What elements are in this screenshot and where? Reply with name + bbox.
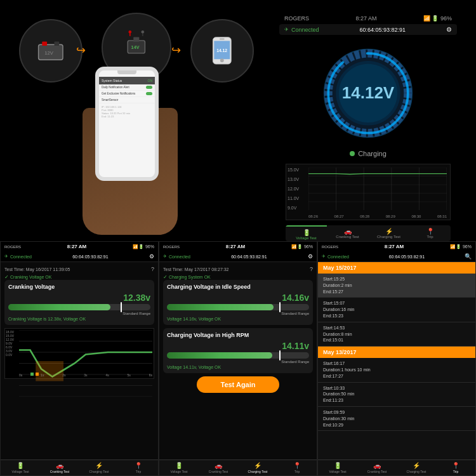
phone-trip: ROGERS 8:27 AM 📶🔋96% ✈Connected 60:64:05… xyxy=(317,241,476,476)
hand-with-phone: System Status ON Daily Notification Aler… xyxy=(63,76,197,235)
carrier-p3: ROGERS xyxy=(322,245,338,249)
phone-charging: ROGERS 8:27 AM 📶🔋96% ✈Connected 60:64:05… xyxy=(159,241,317,476)
card1-voltage-p2: 14.16v xyxy=(167,293,309,303)
svg-text:14V: 14V xyxy=(131,44,140,50)
diagram-circle-3: 14.12 xyxy=(190,19,254,83)
top-tab-voltage[interactable]: 🔋 Voltage Test xyxy=(286,225,327,241)
carrier-top: ROGERS xyxy=(284,15,309,22)
tab-cranking-p3[interactable]: 🚗 Cranking Test xyxy=(357,462,397,473)
cranking-card: Cranking Voltage 12.38v Standard Range C… xyxy=(4,280,154,325)
tab-cranking-p2[interactable]: 🚗 Cranking Test xyxy=(199,462,238,473)
tab-trip-p2[interactable]: 📍 Trip xyxy=(277,462,317,473)
top-tab-trip[interactable]: 📍 Trip xyxy=(409,225,451,241)
svg-point-9 xyxy=(129,30,132,34)
svg-rect-41 xyxy=(36,361,63,381)
icons-p2: 📶🔋96% xyxy=(291,244,313,249)
carrier-p2: ROGERS xyxy=(163,245,180,249)
history-item-2[interactable]: Start:15:07Duration:16 minEnd:15:23 xyxy=(318,298,475,322)
tab-voltage-p1[interactable]: 🔋 Voltage Test xyxy=(1,462,40,473)
progress-bar-card1-p2 xyxy=(167,304,309,310)
mac-p2: 60:64:05:93:82:91 xyxy=(231,255,267,259)
tab-cranking-p1[interactable]: 🚗 Cranking Test xyxy=(40,462,79,473)
top-tab-cranking[interactable]: 🚗 Cranking Test xyxy=(327,225,368,241)
gear-button-top[interactable]: ⚙ xyxy=(446,26,452,33)
svg-text:12V: 12V xyxy=(44,50,54,56)
sb-phone2: ROGERS 8:27 AM 📶🔋96% xyxy=(159,242,317,251)
card-title-p1: Cranking Voltage xyxy=(8,284,150,290)
std-range-card1-p2: Standard Range xyxy=(167,312,309,315)
history-item-3[interactable]: Start:14:53Duration:8 minEnd:15:01 xyxy=(318,322,475,347)
time-top: 8:27 AM xyxy=(355,15,376,22)
gear-p1[interactable]: ⚙ xyxy=(149,253,154,260)
test-time-p1: Test Time: May 16/2017 11:39:05 xyxy=(4,267,70,272)
conn-bar-p3: ✈Connected 60:64:05:93:82:91 🔍 xyxy=(318,251,475,262)
svg-rect-2 xyxy=(55,42,60,46)
conn-left-p2: ✈Connected xyxy=(163,254,190,259)
conn-bar-p2: ✈Connected 60:64:05:93:82:91 ⚙ xyxy=(159,251,317,262)
connected-label: Connected xyxy=(284,27,319,33)
cranking-chart: 18.0V 15.0V 12.0V 9.0V 6.0V 3.0V 0.0V xyxy=(4,328,154,379)
tab-charging-p1[interactable]: ⚡ Charging Test xyxy=(79,462,119,473)
test-ok-p2: ✓ Charging System OK xyxy=(163,274,313,280)
chart-y-p1: 18.0V 15.0V 12.0V 9.0V 6.0V 3.0V 0.0V xyxy=(6,330,14,357)
chart-dots-p1 xyxy=(30,373,39,376)
svg-rect-1 xyxy=(43,42,48,46)
help-icon-p2[interactable]: ? xyxy=(310,266,313,272)
date-header-1: May 15/2017 xyxy=(318,262,475,274)
high-rpm-card: Charging Voltage in High RPM 14.11v Stan… xyxy=(163,328,313,373)
phone-row-3: SmartSensor xyxy=(99,97,155,103)
voltage-value: 14.12V xyxy=(342,83,394,103)
test-time-p2: Test Time: May 17/2017 08:27:32 xyxy=(163,267,229,272)
arrow-left: ↩ xyxy=(76,43,86,57)
card1-title-p2: Charging Voltage in Idle Speed xyxy=(167,284,309,290)
test-header-p1: Test Time: May 16/2017 11:39:05 ? xyxy=(4,266,154,272)
time-p3: 8:27 AM xyxy=(385,244,404,249)
connected-p2: Connected xyxy=(169,255,190,259)
tab-charging-p2[interactable]: ⚡ Charging Test xyxy=(238,462,277,473)
date-header-2: May 13/2017 xyxy=(318,347,475,358)
test-ok-p1: ✓ Cranking Voltage OK xyxy=(4,274,154,280)
mac-address-top: 60:64:05:93:82:91 xyxy=(359,27,406,33)
tab-charging-p3[interactable]: ⚡ Charging Test xyxy=(397,462,436,473)
top-section: 12V ↩ 14V ↪ xyxy=(0,0,476,241)
conn-left-p3: ✈Connected xyxy=(322,254,349,259)
history-item-6[interactable]: Start:09:59Duration:30 minEnd:10:29 xyxy=(318,407,475,431)
tab-voltage-p3[interactable]: 🔋 Voltage Test xyxy=(318,462,357,473)
card2-title-p2: Charging Voltage in High RPM xyxy=(167,332,309,338)
phone-row-2: Get Exclusive Notifications xyxy=(99,91,155,97)
connected-p1: Connected xyxy=(10,255,32,259)
chart-y-labels: 15.0V 13.0V 12.0V 11.0V 9.0V xyxy=(288,168,299,210)
charging-status: Charging xyxy=(350,150,387,157)
tab-trip-p1[interactable]: 📍 Trip xyxy=(119,462,158,473)
phone-cranking: ROGERS 8:27 AM 📶🔋96% ✈Connected 60:64:05… xyxy=(0,241,159,476)
svg-rect-13 xyxy=(220,39,225,40)
gear-p2[interactable]: ⚙ xyxy=(308,253,313,260)
conn-bar-p1: ✈Connected 60:64:05:93:82:91 ⚙ xyxy=(1,251,158,262)
voltage-ring: 14.12V xyxy=(317,46,419,140)
help-icon-p1[interactable]: ? xyxy=(151,266,154,272)
mac-p1: 60:64:05:93:82:91 xyxy=(72,255,108,259)
card1-status-p2: Voltage 14.16v, Voltage OK xyxy=(167,317,309,321)
standard-range-p1: Standard Range xyxy=(8,312,150,315)
voltage-reading-p1: 12.38v xyxy=(8,293,150,303)
screen-content-p1: Test Time: May 16/2017 11:39:05 ? ✓ Cran… xyxy=(1,262,158,459)
top-tab-bar: 🔋 Voltage Test 🚗 Cranking Test ⚡ Chargin… xyxy=(286,225,451,241)
history-item-4[interactable]: Start:16:17Duration:1 hours 10 minEnd:17… xyxy=(318,358,475,382)
icons-p3: 📶🔋96% xyxy=(450,244,472,249)
sb-phone3: ROGERS 8:27 AM 📶🔋96% xyxy=(318,242,475,251)
battery-top: 📶 🔋 96% xyxy=(423,15,452,22)
test-header-p2: Test Time: May 17/2017 08:27:32 ? xyxy=(163,266,313,272)
history-item-5[interactable]: Start:10:33Duration:50 minEnd:11:23 xyxy=(318,383,475,407)
top-tab-charging[interactable]: ⚡ Charging Test xyxy=(368,225,409,241)
diagram-circle-1: 12V xyxy=(19,19,83,83)
tab-trip-p3[interactable]: 📍 Trip xyxy=(436,462,475,473)
connected-p3: Connected xyxy=(327,255,349,259)
history-item-1[interactable]: Start:15:25Duration:2 minEnd:15:27 xyxy=(318,274,475,298)
svg-text:14.12: 14.12 xyxy=(216,48,227,53)
chart-grid xyxy=(308,168,447,210)
search-p3[interactable]: 🔍 xyxy=(465,253,472,260)
sb-phone1: ROGERS 8:27 AM 📶🔋96% xyxy=(1,242,158,251)
tab-voltage-p2[interactable]: 🔋 Voltage Test xyxy=(159,462,199,473)
chart-x-p1: 0s1s2s3s4s5s6s xyxy=(19,373,152,377)
test-again-button[interactable]: Test Again xyxy=(197,376,279,393)
